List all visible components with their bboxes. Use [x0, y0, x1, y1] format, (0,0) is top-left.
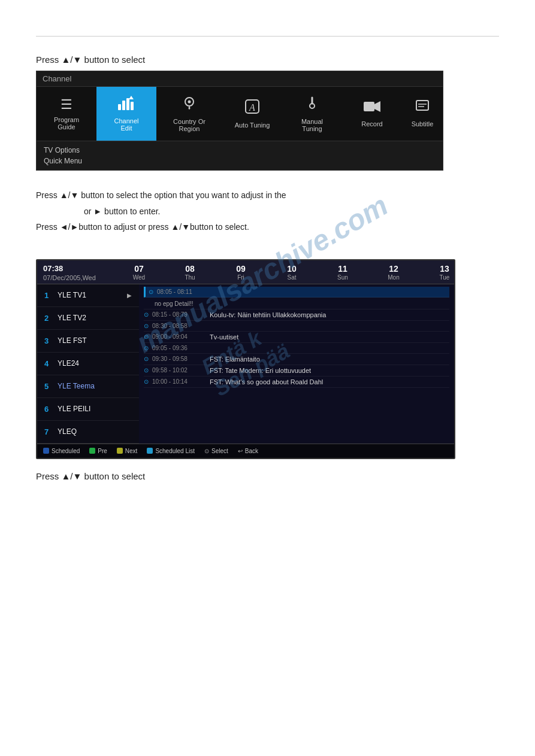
epg-channel-row-2[interactable]: 3 YLE FST [37, 330, 139, 353]
epg-program-item-0[interactable]: ⊙ 08:05 - 08:11 [144, 287, 449, 297]
menu-item-record[interactable]: Record [342, 87, 402, 141]
rec-icon-6: ⊙ [144, 356, 149, 362]
legend-dot-pre [89, 448, 95, 454]
legend-dot-scheduled-list [147, 448, 153, 454]
epg-day-6: 13 Tue [433, 264, 455, 281]
rec-icon-3: ⊙ [144, 323, 149, 329]
legend-dot-scheduled [43, 448, 49, 454]
epg-program-time-0: 08:05 - 08:11 [157, 289, 211, 295]
rec-icon-7: ⊙ [144, 367, 149, 374]
epg-program-item-5[interactable]: ⊙ 09:05 - 09:36 [144, 343, 449, 354]
svg-rect-12 [416, 101, 428, 110]
rec-icon-2: ⊙ [144, 311, 149, 318]
legend-pre: Pre [89, 448, 107, 454]
rec-icon-8: ⊙ [144, 378, 149, 385]
subtitle-icon [416, 100, 429, 117]
instruction-line1: Press / button to select the option that… [36, 187, 499, 204]
epg-program-title-8: FST: What's so good about Roald Dahl [210, 378, 323, 385]
auto-tuning-icon: A [244, 99, 260, 118]
legend-label-next: Next [125, 448, 138, 454]
epg-program-time-5: 09:05 - 09:36 [152, 345, 206, 351]
epg-program-item-1: no epg Detail!! [144, 299, 449, 309]
svg-marker-11 [374, 101, 380, 112]
subtitle-label: Subtitle [412, 120, 434, 127]
svg-rect-10 [364, 102, 374, 111]
section1: Press ▲/▼ button to select Channel ☰ Pro… [36, 54, 499, 171]
rec-icon-4: ⊙ [144, 333, 149, 340]
epg-day-5: 12 Mon [382, 264, 406, 281]
epg-program-time-4: 09:00 - 09:04 [152, 333, 206, 340]
rec-icon-0: ⊙ [149, 289, 153, 295]
epg-channel-row-1[interactable]: 2 YLE TV2 [37, 307, 139, 330]
epg-program-title-1: no epg Detail!! [155, 300, 194, 307]
epg-day-1: 08 Thu [178, 264, 202, 281]
epg-body: 1 YLE TV1 ▶ 2 YLE TV2 3 YLE FST 4 YLE24 [37, 284, 454, 444]
epg-time: 07:38 [43, 264, 121, 273]
legend-label-pre: Pre [98, 448, 107, 454]
svg-rect-0 [118, 104, 121, 110]
record-label: Record [361, 120, 382, 127]
epg-day-2: 09 Fri [229, 264, 253, 281]
menu-item-auto-tuning[interactable]: A Auto Tuning [222, 87, 282, 141]
epg-program-time-7: 09:58 - 10:02 [152, 367, 206, 374]
epg-channel-row-5[interactable]: 6 YLE PEILI [37, 398, 139, 421]
epg-date: 07/Dec/2005,Wed [43, 274, 121, 281]
epg-program-item-4[interactable]: ⊙ 09:00 - 09:04 Tv-uutiset [144, 332, 449, 343]
submenu-item-quick-menu[interactable]: Quick Menu [44, 156, 436, 166]
menu-item-subtitle[interactable]: Subtitle [402, 87, 443, 141]
epg-channel-row-0[interactable]: 1 YLE TV1 ▶ [37, 284, 139, 307]
epg-channel-row-6[interactable]: 7 YLEQ [37, 421, 139, 444]
channel-ui: Channel ☰ Program Guide Chann [36, 71, 443, 171]
instruction-line2: or button to enter. [84, 204, 499, 220]
epg-program-item-8[interactable]: ⊙ 10:00 - 10:14 FST: What's so good abou… [144, 377, 449, 388]
program-guide-icon: ☰ [61, 97, 72, 113]
epg-program-time-3: 08:30 - 08:58 [152, 323, 206, 329]
top-divider [36, 36, 499, 37]
epg-programs: ⊙ 08:05 - 08:11 no epg Detail!! ⊙ 08:15 … [139, 284, 454, 444]
submenu-item-tv-options[interactable]: TV Options [44, 145, 436, 156]
channel-submenu: TV Options Quick Menu [37, 141, 443, 170]
legend-scheduled: Scheduled [43, 448, 80, 454]
auto-tuning-label: Auto Tuning [235, 122, 270, 129]
record-icon [364, 100, 380, 117]
legend-label-back: Back [245, 448, 258, 454]
svg-marker-4 [129, 96, 134, 99]
section2-press-label: Press ▲/▼ button to select [36, 471, 499, 481]
menu-item-manual-tuning[interactable]: Manual Tuning [282, 87, 342, 141]
epg-program-item-2[interactable]: ⊙ 08:15 - 08:79 Koulu-tv: Näin tehtiin U… [144, 309, 449, 321]
legend-next: Next [117, 448, 138, 454]
legend-back-icon: ↩ [238, 448, 243, 454]
epg-program-list: ⊙ 08:05 - 08:11 no epg Detail!! ⊙ 08:15 … [139, 284, 454, 390]
epg-day-0: 07 Wed [127, 264, 151, 281]
svg-rect-2 [126, 98, 129, 110]
channel-edit-icon [118, 96, 135, 114]
channel-menu-bar: ☰ Program Guide Channel Edit [37, 87, 443, 141]
epg-program-title-4: Tv-uutiset [210, 333, 238, 341]
epg-program-item-6[interactable]: ⊙ 09:30 - 09:58 FST: Elämäntaito [144, 354, 449, 365]
channel-edit-label: Channel Edit [108, 117, 144, 132]
epg-program-time-2: 08:15 - 08:79 [152, 311, 206, 318]
press-label-1: Press ▲/▼ button to select [36, 54, 499, 65]
menu-item-channel-edit[interactable]: Channel Edit [96, 87, 156, 141]
epg-container: Entä kSen pää 07:38 07/Dec/2005,Wed 07 W… [36, 259, 455, 459]
country-region-icon [182, 95, 197, 114]
epg-day-3: 10 Sat [280, 264, 304, 281]
epg-channel-row-4[interactable]: 5 YLE Teema [37, 375, 139, 398]
epg-day-4: 11 Sun [331, 264, 355, 281]
menu-item-country-region[interactable]: Country Or Region [156, 87, 222, 141]
epg-program-item-3[interactable]: ⊙ 08:30 - 08:58 [144, 321, 449, 332]
epg-channels: 1 YLE TV1 ▶ 2 YLE TV2 3 YLE FST 4 YLE24 [37, 284, 139, 444]
epg-channel-row-3[interactable]: 4 YLE24 [37, 353, 139, 375]
epg-program-time-8: 10:00 - 10:14 [152, 378, 206, 385]
country-region-label: Country Or Region [168, 118, 210, 132]
svg-point-6 [188, 101, 191, 104]
manual-tuning-icon [304, 95, 320, 114]
legend-select-icon: ⊙ [204, 448, 209, 454]
legend-dot-next [117, 448, 123, 454]
menu-item-program-guide[interactable]: ☰ Program Guide [37, 87, 96, 141]
epg-program-item-7[interactable]: ⊙ 09:58 - 10:02 FST: Tate Modern: Eri ul… [144, 365, 449, 377]
epg-program-title-6: FST: Elämäntaito [210, 356, 260, 363]
legend-back: ↩ Back [238, 448, 258, 454]
instruction-line3: Press /button to adjust or press /button… [36, 219, 499, 235]
legend-scheduled-list: Scheduled List [147, 448, 195, 454]
